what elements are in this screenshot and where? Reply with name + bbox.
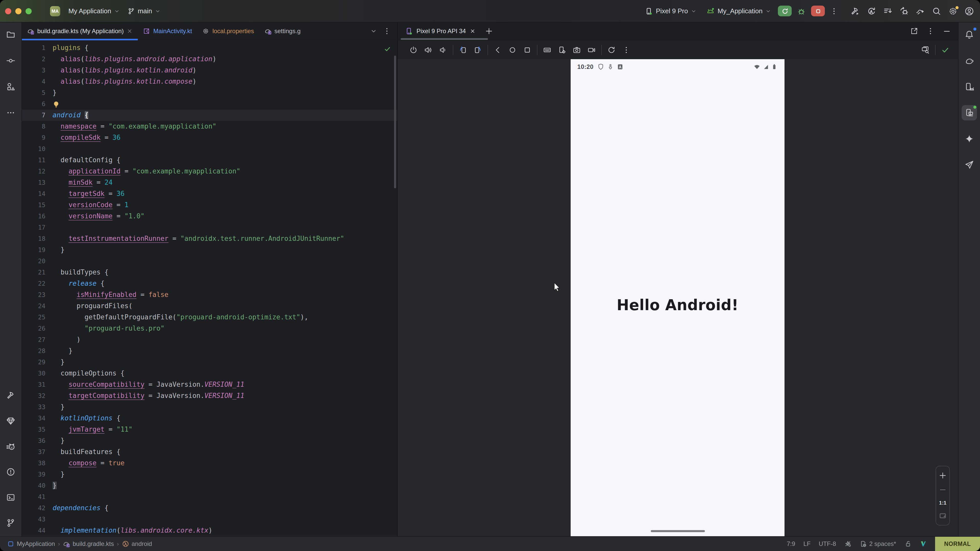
inspection-ok-icon[interactable]	[384, 45, 391, 52]
more-run-options-button[interactable]	[829, 6, 839, 16]
close-icon[interactable]	[469, 28, 476, 34]
commit-tool-button[interactable]	[3, 53, 18, 68]
code-line[interactable]: 16 versionName = "1.0"	[22, 211, 397, 222]
code-line[interactable]: 7android {	[22, 110, 397, 121]
build-hammer-tool-button[interactable]	[3, 388, 18, 403]
more-tool-button[interactable]	[3, 105, 18, 121]
ellipsis-vertical-icon[interactable]	[383, 27, 391, 35]
code-line[interactable]: 35 jvmTarget = "11"	[22, 424, 397, 435]
device-manager-tool-button[interactable]	[962, 79, 977, 94]
file-encoding[interactable]: UTF-8	[819, 540, 836, 548]
line-separator[interactable]: LF	[803, 540, 811, 548]
notifications-tool-button[interactable]	[962, 27, 977, 42]
open-in-window-icon[interactable]	[910, 27, 918, 35]
editor-tab[interactable]: MainActivity.kt	[138, 22, 197, 40]
screen-search-icon[interactable]	[921, 46, 929, 54]
new-device-tab-button[interactable]	[484, 26, 494, 36]
editor-tab[interactable]: local.properties	[197, 22, 259, 40]
code-line[interactable]: 11 defaultConfig {	[22, 155, 397, 166]
ai-assistant-status[interactable]	[844, 540, 851, 548]
code-line[interactable]: 14 targetSdk = 36	[22, 188, 397, 200]
code-line[interactable]: 36 }	[22, 435, 397, 446]
home-icon[interactable]	[508, 46, 517, 54]
code-line[interactable]: 3 alias(libs.plugins.kotlin.android)	[22, 65, 397, 76]
code-line[interactable]: 12 applicationId = "com.example.myapplic…	[22, 166, 397, 177]
code-line[interactable]: 40}	[22, 480, 397, 491]
close-window-button[interactable]	[5, 8, 11, 14]
terminal-tool-button[interactable]	[3, 490, 18, 505]
breadcrumb-item[interactable]: android	[122, 540, 152, 548]
snapshot-icon[interactable]	[608, 46, 616, 54]
code-line[interactable]: 10	[22, 143, 397, 155]
code-line[interactable]: 33 }	[22, 402, 397, 413]
minimize-icon[interactable]	[943, 27, 951, 35]
device-selector[interactable]: Pixel 9 Pro	[641, 5, 699, 17]
code-line[interactable]: 18 testInstrumentationRunner = "androidx…	[22, 233, 397, 245]
close-icon[interactable]	[127, 28, 133, 34]
debug-button[interactable]	[796, 5, 807, 17]
power-icon[interactable]	[409, 46, 417, 54]
gemini-spark-tool-button[interactable]	[962, 131, 977, 146]
screen-record-icon[interactable]	[587, 46, 596, 54]
code-line[interactable]: 15 versionCode = 1	[22, 200, 397, 211]
code-line[interactable]: 21 buildTypes {	[22, 267, 397, 278]
code-line[interactable]: 29 }	[22, 357, 397, 368]
zoom-window-button[interactable]	[25, 8, 32, 14]
bulb-icon[interactable]	[52, 101, 60, 108]
zoom-out-button[interactable]	[939, 486, 947, 494]
ellipsis-vertical-icon[interactable]	[926, 27, 935, 35]
code-line[interactable]: 41	[22, 491, 397, 503]
overview-icon[interactable]	[523, 46, 531, 54]
code-line[interactable]: 34 kotlinOptions {	[22, 413, 397, 424]
code-line[interactable]: 28 }	[22, 345, 397, 357]
emulator-tab[interactable]: Pixel 9 Pro API 34	[398, 22, 480, 40]
vim-plugin[interactable]	[920, 540, 927, 548]
rerun-button[interactable]	[778, 6, 792, 16]
apply-changes-icon[interactable]	[867, 6, 876, 16]
volume-down-icon[interactable]	[439, 46, 447, 54]
check-icon[interactable]	[941, 46, 950, 54]
code-line[interactable]: 37 buildFeatures {	[22, 446, 397, 457]
code-editor[interactable]: 1plugins {2 alias(libs.plugins.android.a…	[22, 40, 397, 537]
code-line[interactable]: 13 minSdk = 24	[22, 177, 397, 188]
profiler-icon[interactable]	[916, 6, 925, 16]
code-line[interactable]: 32 targetCompatibility = JavaVersion.VER…	[22, 390, 397, 402]
rotate-right-icon[interactable]	[474, 46, 482, 54]
code-line[interactable]: 9 compileSdk = 36	[22, 132, 397, 143]
caret-position[interactable]: 7:9	[787, 540, 795, 548]
zoom-in-button[interactable]	[939, 472, 947, 480]
breadcrumb-item[interactable]: build.gradle.kts	[63, 540, 114, 548]
problems-tool-button[interactable]	[3, 464, 18, 480]
device-settings-icon[interactable]	[558, 46, 566, 54]
volume-up-icon[interactable]	[424, 46, 432, 54]
readonly-toggle[interactable]	[904, 540, 912, 548]
code-line[interactable]: 25 getDefaultProguardFile("proguard-andr…	[22, 312, 397, 323]
gem-tool-button[interactable]	[3, 413, 18, 429]
editor-tab[interactable]: build.gradle.kts (My Application)	[22, 22, 138, 40]
git-branch-tool-button[interactable]	[3, 515, 18, 530]
tab-scrollbar[interactable]	[401, 38, 488, 40]
apply-code-changes-icon[interactable]	[883, 6, 892, 16]
keyboard-icon[interactable]	[543, 46, 551, 54]
code-line[interactable]: 38 compose = true	[22, 457, 397, 469]
ellipsis-vertical-icon[interactable]	[622, 46, 630, 54]
project-switcher[interactable]: My Application	[65, 5, 123, 17]
zoom-reset-button[interactable]: 1:1	[939, 500, 947, 506]
code-line[interactable]: 6	[22, 98, 397, 110]
code-line[interactable]: 4 alias(libs.plugins.kotlin.compose)	[22, 76, 397, 87]
logcat-tool-button[interactable]	[3, 439, 18, 454]
code-line[interactable]: 42dependencies {	[22, 503, 397, 514]
code-line[interactable]: 2 alias(libs.plugins.android.application…	[22, 54, 397, 65]
branch-switcher[interactable]: main	[124, 5, 163, 17]
chevron-down-icon[interactable]	[371, 28, 377, 34]
running-devices-tool-button[interactable]	[962, 105, 977, 121]
build-hammer-run-icon[interactable]	[850, 6, 859, 16]
camera-icon[interactable]	[573, 46, 581, 54]
editor-tab[interactable]: settings.g	[259, 22, 306, 40]
indent-style[interactable]: 2 spaces*	[859, 540, 896, 548]
back-icon[interactable]	[493, 46, 502, 54]
code-line[interactable]: 30 compileOptions {	[22, 368, 397, 379]
code-line[interactable]: 39 }	[22, 469, 397, 480]
run-configuration-selector[interactable]: My_Application	[703, 5, 774, 17]
fit-to-window-button[interactable]	[939, 512, 947, 520]
